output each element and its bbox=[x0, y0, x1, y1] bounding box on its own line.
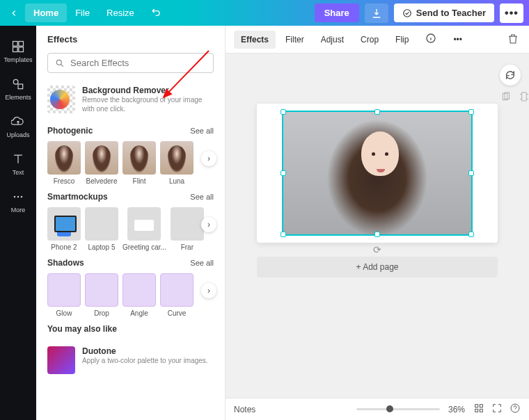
delete-button[interactable] bbox=[507, 33, 521, 47]
svg-rect-3 bbox=[13, 47, 18, 52]
tab-effects[interactable]: Effects bbox=[234, 31, 276, 49]
svg-point-8 bbox=[17, 196, 19, 198]
resize-handle[interactable] bbox=[374, 109, 380, 115]
photogenic-next[interactable]: › bbox=[201, 151, 216, 166]
resize-handle[interactable] bbox=[281, 109, 286, 115]
svg-rect-6 bbox=[18, 84, 23, 89]
shadow-drop[interactable]: Drop bbox=[85, 273, 118, 317]
selected-image[interactable] bbox=[282, 111, 473, 236]
resize-handle[interactable] bbox=[468, 232, 474, 237]
effect-luna[interactable]: Luna bbox=[160, 141, 194, 185]
toolbar-more[interactable]: ••• bbox=[446, 31, 469, 49]
shadows-seeall[interactable]: See all bbox=[190, 259, 214, 267]
svg-point-0 bbox=[404, 9, 411, 17]
svg-rect-2 bbox=[19, 42, 24, 47]
svg-rect-4 bbox=[19, 47, 24, 52]
panel-title: Effects bbox=[36, 26, 225, 53]
back-button[interactable] bbox=[6, 5, 22, 22]
mockup-greetingcard[interactable]: Greeting car... bbox=[123, 207, 166, 251]
notes-button[interactable]: Notes bbox=[234, 405, 255, 414]
resize-handle[interactable] bbox=[468, 170, 474, 176]
resize-handle[interactable] bbox=[281, 232, 286, 237]
svg-point-7 bbox=[14, 196, 16, 198]
svg-point-5 bbox=[13, 79, 18, 84]
resize-handle[interactable] bbox=[281, 170, 286, 176]
info-button[interactable] bbox=[418, 29, 443, 50]
svg-rect-17 bbox=[480, 409, 482, 412]
effect-belvedere[interactable]: Belvedere bbox=[85, 141, 118, 185]
shadows-title: Shadows bbox=[47, 258, 84, 268]
nav-templates[interactable]: Templates bbox=[0, 33, 36, 70]
zoom-slider[interactable] bbox=[356, 408, 440, 410]
nav-more[interactable]: More bbox=[0, 183, 36, 220]
bg-remover-desc: Remove the background of your image with… bbox=[82, 95, 214, 113]
zoom-level[interactable]: 36% bbox=[448, 405, 465, 414]
expand-page-icon[interactable] bbox=[519, 91, 529, 104]
tab-adjust[interactable]: Adjust bbox=[314, 31, 351, 49]
photogenic-seeall[interactable]: See all bbox=[190, 127, 214, 135]
duotone-icon bbox=[47, 346, 75, 374]
nav-elements[interactable]: Elements bbox=[0, 70, 36, 108]
mockup-laptop5[interactable]: Laptop 5 bbox=[85, 207, 118, 251]
svg-rect-14 bbox=[475, 405, 478, 407]
add-page-icon: ⟳ bbox=[373, 244, 381, 255]
smartmockups-seeall[interactable]: See all bbox=[190, 193, 214, 201]
tab-filter[interactable]: Filter bbox=[278, 31, 311, 49]
youlike-title: You may also like bbox=[47, 324, 117, 334]
shadows-next[interactable]: › bbox=[201, 283, 216, 298]
effect-flint[interactable]: Flint bbox=[123, 141, 156, 185]
duotone-desc: Apply a two-color palette to your images… bbox=[82, 356, 208, 365]
file-menu[interactable]: File bbox=[67, 3, 98, 22]
effect-fresco[interactable]: Fresco bbox=[47, 141, 81, 185]
home-button[interactable]: Home bbox=[25, 3, 67, 22]
shadow-glow[interactable]: Glow bbox=[47, 273, 81, 317]
bg-remover-icon bbox=[47, 86, 75, 113]
svg-rect-16 bbox=[475, 409, 478, 412]
search-icon bbox=[55, 58, 65, 68]
copy-page-icon[interactable] bbox=[500, 91, 513, 104]
effect-duotone[interactable]: Duotone Apply a two-color palette to you… bbox=[36, 342, 225, 378]
search-input[interactable] bbox=[70, 58, 206, 68]
duotone-title: Duotone bbox=[82, 346, 208, 356]
photogenic-title: Photogenic bbox=[47, 126, 93, 136]
background-remover[interactable]: Background Remover Remove the background… bbox=[36, 81, 225, 122]
resize-handle[interactable] bbox=[374, 232, 380, 237]
resize-button[interactable]: Resize bbox=[98, 3, 143, 22]
mockup-frame[interactable]: Frar bbox=[171, 207, 204, 251]
shadow-curve[interactable]: Curve bbox=[160, 273, 194, 317]
grid-view-button[interactable] bbox=[473, 403, 484, 416]
download-button[interactable] bbox=[365, 3, 388, 23]
share-button[interactable]: Share bbox=[315, 3, 359, 22]
svg-point-9 bbox=[21, 196, 23, 198]
nav-uploads[interactable]: Uploads bbox=[0, 108, 36, 145]
svg-rect-1 bbox=[13, 42, 18, 47]
tab-flip[interactable]: Flip bbox=[388, 31, 416, 49]
svg-point-10 bbox=[56, 60, 61, 65]
undo-button[interactable] bbox=[143, 2, 171, 24]
smartmockups-next[interactable]: › bbox=[201, 217, 216, 232]
canvas-page[interactable] bbox=[257, 104, 498, 243]
search-effects[interactable] bbox=[47, 53, 214, 73]
tab-crop[interactable]: Crop bbox=[354, 31, 386, 49]
more-menu-button[interactable]: ••• bbox=[500, 3, 523, 23]
fullscreen-button[interactable] bbox=[491, 403, 503, 416]
svg-rect-15 bbox=[480, 405, 482, 407]
help-button[interactable] bbox=[510, 403, 521, 416]
send-to-teacher-button[interactable]: Send to Teacher bbox=[394, 3, 494, 22]
add-page-button[interactable]: ⟳+ Add page bbox=[257, 257, 498, 277]
resize-handle[interactable] bbox=[468, 109, 474, 115]
bg-remover-title: Background Remover bbox=[82, 86, 214, 95]
nav-text[interactable]: Text bbox=[0, 145, 36, 183]
shadow-angle[interactable]: Angle bbox=[123, 273, 156, 317]
smartmockups-title: Smartmockups bbox=[47, 192, 108, 202]
